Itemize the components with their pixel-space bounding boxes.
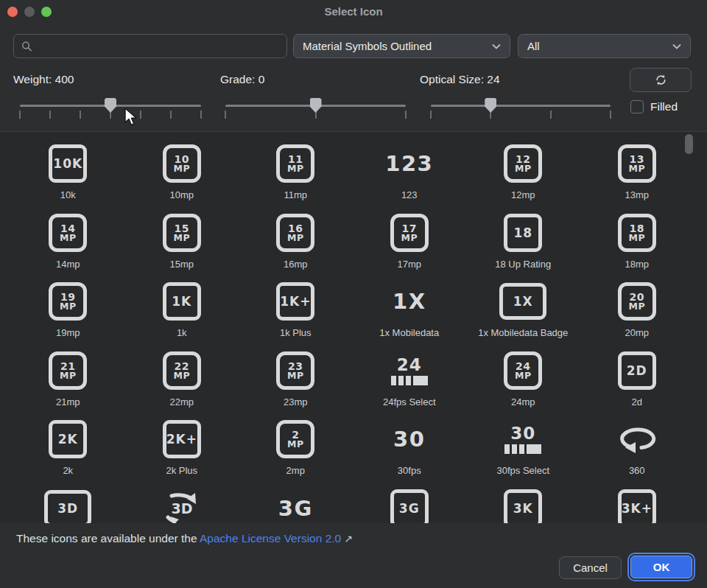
icon-frame: 21MP [49,351,87,390]
icon-cell-20mp[interactable]: 20MP20mp [580,282,694,351]
icon-cell-2mp[interactable]: 2MP2mp [239,420,353,489]
icon-label: 18mp [625,259,649,270]
weight-slider[interactable] [20,96,201,121]
ok-button[interactable]: OK [630,556,692,578]
optical-size-slider[interactable] [431,96,611,121]
icon-glyph-line: MP [515,371,532,380]
icon-cell-24fps-select[interactable]: 2424fps Select [353,351,467,421]
icon-cell-13mp[interactable]: 13MP13mp [580,144,694,214]
icon-cell-14mp[interactable]: 14MP14mp [11,214,125,283]
icon-glyph-line: 10K [53,157,82,170]
3D-icon: 3D [44,489,91,523]
icon-cell-16mp[interactable]: 16MP16mp [239,214,353,283]
icon-grid-area: 10K10k10MP10mp11MP11mp12312312MP12mp13MP… [0,132,707,523]
icon-label: 20mp [625,327,649,338]
icon-cell-3d[interactable]: 3D [125,489,239,523]
icon-glyph-text: 30 [393,427,425,452]
icon-cell-10k[interactable]: 10K10k [11,144,125,214]
font-family-select[interactable]: Material Symbols Outlined [293,34,510,58]
15mp-icon: 15MP [163,214,201,252]
icon-glyph-line: MP [287,440,304,449]
icon-frame: 15MP [163,214,201,252]
icon-cell-2k-plus[interactable]: 2K+2k Plus [125,420,239,489]
20mp-icon: 20MP [618,282,656,321]
icon-glyph-line: 2D [627,364,647,377]
icon-cell-18-up-rating[interactable]: 1818 Up Rating [466,214,580,283]
refresh-icon [654,73,668,87]
rotate-360-icon [618,420,656,458]
icon-cell-3g[interactable]: 3G [353,489,467,523]
license-note: These icons are available under the Apac… [16,532,353,545]
12mp-icon: 12MP [504,144,542,183]
icon-label: 1k Plus [280,327,312,338]
icon-cell-1k[interactable]: 1K1k [125,282,239,351]
license-link[interactable]: Apache License Version 2.0 [200,532,341,545]
1k Plus-icon: 1K+ [276,282,314,321]
icon-label: 13mp [625,189,649,200]
icon-label: 123 [401,189,418,200]
icon-cell-17mp[interactable]: 17MP17mp [353,214,467,283]
icon-cell-1x-mobiledata-badge[interactable]: 1X1x Mobiledata Badge [466,282,580,351]
icon-cell-1x-mobiledata[interactable]: 1X1x Mobiledata [353,282,467,351]
icon-cell-12mp[interactable]: 12MP12mp [466,144,580,214]
17mp-icon: 17MP [390,214,429,252]
icon-glyph-line: MP [60,302,77,311]
icon-cell-24mp[interactable]: 24MP24mp [466,351,580,421]
icon-cell-3g[interactable]: 3G [239,489,353,523]
icon-label: 30fps [398,465,421,476]
icon-glyph-line: 3K [513,502,533,515]
icon-cell-3d[interactable]: 3D [11,489,125,523]
weight-label: Weight: 400 [13,73,74,86]
icon-glyph-text: 24 [397,356,422,374]
icon-cell-10mp[interactable]: 10MP10mp [125,144,239,214]
icon-cell-2k[interactable]: 2K2k [11,420,125,489]
icon-cell-21mp[interactable]: 21MP21mp [11,351,125,421]
icon-cell-19mp[interactable]: 19MP19mp [11,282,125,351]
icon-glyph-line: 1X [513,295,533,308]
10mp-icon: 10MP [163,144,201,183]
icon-cell-22mp[interactable]: 22MP22mp [125,351,239,421]
search-field[interactable] [13,34,287,58]
18 Up Rating-icon: 18 [504,214,542,252]
icon-cell-1k-plus[interactable]: 1K+1k Plus [239,282,353,351]
icon-glyph-line: 18 [513,226,532,239]
10k-icon: 10K [49,144,87,183]
icon-cell-18mp[interactable]: 18MP18mp [580,214,694,283]
slider-tick [80,111,81,119]
icon-cell-3k[interactable]: 3K [466,489,580,523]
18mp-icon: 18MP [618,214,656,252]
icon-label: 22mp [169,396,194,407]
icon-cell-360[interactable]: 360 [580,420,694,489]
grade-slider-thumb[interactable] [310,98,322,113]
icon-label: 10k [60,189,76,200]
icon-frame: 18 [504,214,542,252]
reset-button[interactable] [630,68,692,92]
icon-cell-30fps-select[interactable]: 3030fps Select [466,420,580,489]
30fps-icon: 30 [393,420,425,458]
icon-cell-23mp[interactable]: 23MP23mp [239,351,353,421]
icon-cell-15mp[interactable]: 15MP15mp [125,214,239,283]
icon-cell-2d[interactable]: 2D2d [580,351,694,421]
icon-frame: 11MP [276,144,314,183]
weight-slider-thumb[interactable] [105,98,116,113]
optical-size-slider-thumb[interactable] [485,98,496,113]
slider-track[interactable] [431,105,611,107]
grade-slider[interactable] [225,96,406,121]
slider-tick [225,111,226,119]
search-input[interactable] [38,40,279,52]
cancel-button[interactable]: Cancel [559,556,622,579]
icon-cell-123[interactable]: 123123 [353,144,467,214]
filled-checkbox[interactable] [630,100,644,113]
slider-tick [610,111,611,119]
category-select[interactable]: All [518,34,691,58]
icon-cell-11mp[interactable]: 11MP11mp [239,144,353,214]
scrollbar-thumb[interactable] [685,134,693,154]
icon-cell-3k-[interactable]: 3K+ [580,489,694,523]
icon-cell-30fps[interactable]: 3030fps [353,420,467,489]
icon-label: 2mp [286,465,305,476]
icon-frame: 18MP [618,214,656,252]
icon-label: 360 [629,465,645,476]
icon-glyph-line: 1K+ [280,295,311,308]
icon-label: 16mp [284,259,308,270]
grade-label: Grade: 0 [220,73,264,86]
